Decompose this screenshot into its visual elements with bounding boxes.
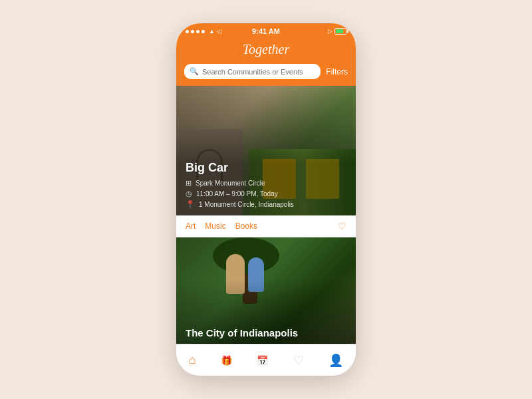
location-arrow-icon: ◁ (217, 28, 221, 35)
nav-calendar[interactable]: 📅 (251, 352, 273, 368)
home-icon: ⌂ (189, 353, 196, 367)
nav-profile[interactable]: 👤 (323, 350, 348, 370)
search-input-wrap[interactable]: 🔍 (184, 64, 321, 79)
tree-canopy (213, 237, 279, 274)
tag-books[interactable]: Books (235, 221, 257, 231)
tag-art[interactable]: Art (186, 221, 196, 231)
hero-event-card: Big Car ⊞ Spark Monument Circle ◷ 11:00 … (176, 86, 356, 215)
favorite-heart-icon[interactable]: ♡ (338, 221, 346, 231)
signal-dot-2 (191, 30, 194, 33)
organizer-name: Spark Monument Circle (196, 180, 265, 187)
battery-fill (336, 29, 343, 33)
tags-row: Art Music Books ♡ (176, 215, 356, 237)
person-icon: 👤 (329, 353, 343, 368)
app-title: Together (243, 42, 289, 57)
gift-icon: 🎁 (221, 355, 232, 366)
nav-favorites[interactable]: ♡ (288, 350, 309, 370)
second-event-card[interactable]: The City of Indianapolis (176, 237, 356, 344)
bottom-navigation: ⌂ 🎁 📅 ♡ 👤 (176, 344, 356, 376)
calendar-icon: 📅 (257, 355, 268, 366)
wifi-icon: ▲ (209, 28, 215, 35)
search-input[interactable] (202, 68, 315, 76)
hero-content: Big Car ⊞ Spark Monument Circle ◷ 11:00 … (176, 156, 356, 215)
tag-music[interactable]: Music (205, 221, 225, 231)
heart-nav-icon: ♡ (293, 353, 304, 368)
time-row: ◷ 11:00 AM – 9:00 PM, Today (186, 190, 346, 198)
battery-icon (334, 28, 346, 35)
signal-dot-3 (196, 30, 200, 33)
clock-icon: ◷ (186, 190, 192, 198)
phone-frame: ▲ ◁ 9:41 AM ▷ Together 🔍 Filters (176, 23, 356, 376)
organizer-icon: ⊞ (186, 179, 192, 188)
app-header: Together (176, 38, 356, 64)
status-time: 9:41 AM (252, 27, 280, 35)
nav-gifts[interactable]: 🎁 (215, 352, 237, 368)
organizer-row: ⊞ Spark Monument Circle (186, 179, 346, 188)
status-right-icons: ▷ (328, 28, 346, 35)
event-title: Big Car (186, 161, 346, 175)
filters-button[interactable]: Filters (326, 67, 348, 76)
signal-dot-1 (186, 30, 189, 33)
event-meta: ⊞ Spark Monument Circle ◷ 11:00 AM – 9:0… (186, 179, 346, 209)
location-row: 📍 1 Monument Circle, Indianapolis (186, 200, 346, 209)
signal-indicators: ▲ ◁ (186, 28, 221, 35)
second-card-title: The City of Indianapolis (186, 327, 298, 338)
search-icon: 🔍 (190, 67, 199, 76)
event-time: 11:00 AM – 9:00 PM, Today (196, 190, 278, 198)
pin-icon: 📍 (186, 200, 195, 209)
status-bar: ▲ ◁ 9:41 AM ▷ (176, 23, 356, 38)
nav-home[interactable]: ⌂ (184, 350, 201, 370)
event-location: 1 Monument Circle, Indianapolis (199, 201, 294, 208)
location-service-icon: ▷ (328, 28, 332, 35)
signal-dot-4 (201, 30, 205, 33)
search-container: 🔍 Filters (176, 64, 356, 86)
